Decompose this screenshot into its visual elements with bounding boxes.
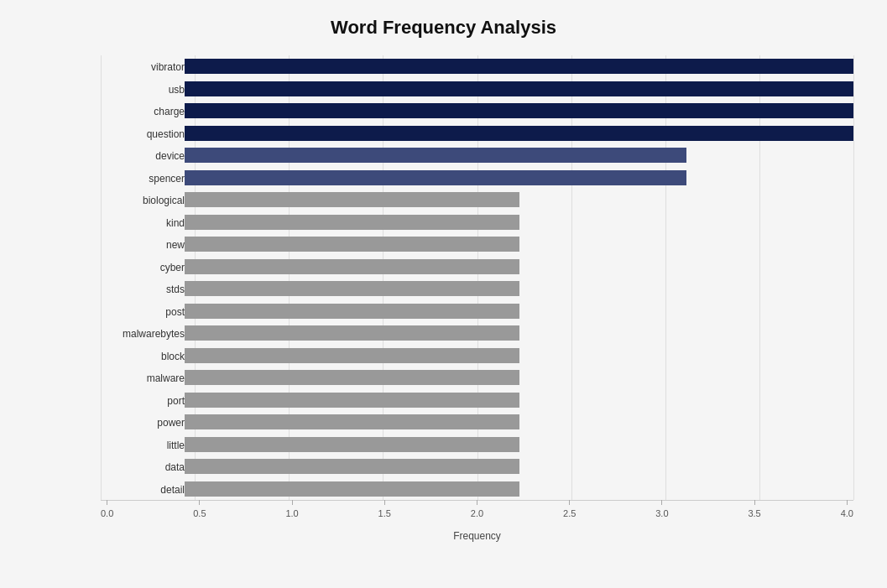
bar-row: port [101,391,853,409]
bar-fill [185,192,519,207]
bar-label: cyber [160,262,185,273]
chart-area: vibratorusbchargequestiondevicespencerbi… [101,55,853,542]
bar-fill [185,148,686,163]
bar-label-wrap: question [101,126,185,141]
bar-row: power [101,413,853,431]
bar-label: kind [166,217,185,229]
bar-label: usb [169,84,185,96]
bar-track [185,103,853,118]
x-tick-label: 4.0 [841,508,853,518]
bar-track [185,414,853,429]
bar-fill [185,81,853,96]
bar-track [185,437,853,452]
bar-label: device [155,150,185,162]
bar-row: vibrator [101,57,853,75]
bar-label: vibrator [151,61,185,73]
bar-track [185,304,853,319]
chart-container: Word Frequency Analysis vibratorusbcharg… [0,0,887,588]
bar-label: malware [147,372,185,384]
bar-label-wrap: kind [101,215,185,230]
bar-row: little [101,435,853,454]
x-ticks: 0.00.51.01.52.02.53.03.54.0 [101,500,853,518]
x-tick-line [847,500,848,505]
bar-label: malwarebytes [123,328,185,340]
bar-label-wrap: usb [101,81,185,96]
x-tick-line [292,500,293,505]
x-axis: 0.00.51.01.52.02.53.03.54.0 Frequency [101,500,853,542]
bar-fill [185,414,519,429]
bar-row: new [101,235,853,253]
bar-label-wrap: vibrator [101,59,185,74]
bar-row: usb [101,80,853,98]
chart-title: Word Frequency Analysis [34,17,853,39]
bar-label-wrap: malware [101,370,185,385]
x-tick-label: 0.0 [101,508,113,518]
bar-track [185,148,853,163]
x-tick-label: 2.5 [563,508,576,518]
x-tick: 0.0 [101,500,113,518]
bar-row: biological [101,190,853,209]
bar-track [185,259,853,274]
bar-track [185,237,853,252]
bar-track [185,325,853,341]
x-tick: 4.0 [841,500,853,518]
bar-row: detail [101,480,853,498]
bar-label-wrap: port [101,393,185,408]
bar-row: data [101,457,853,476]
bar-row: device [101,146,853,164]
bar-fill [185,281,519,296]
bar-fill [185,370,519,385]
bar-row: stds [101,279,853,298]
bar-label-wrap: detail [101,481,185,497]
bar-row: charge [101,101,853,120]
bar-row: kind [101,213,853,232]
bar-fill [185,393,519,408]
bar-label: block [161,351,185,362]
bar-label-wrap: block [101,348,185,363]
x-tick: 3.0 [655,500,668,518]
bar-label: post [165,306,185,318]
x-axis-title: Frequency [101,530,853,542]
bar-label: detail [160,484,185,496]
bar-label-wrap: spencer [101,170,185,185]
x-tick-line [477,500,477,505]
bar-fill [185,348,519,363]
bar-label: data [165,461,185,473]
bar-track [185,481,853,497]
bar-fill [185,304,519,319]
bar-label-wrap: stds [101,281,185,296]
bar-label-wrap: malwarebytes [101,325,185,341]
bar-label: biological [143,195,185,206]
bar-row: post [101,302,853,320]
bar-label-wrap: post [101,304,185,319]
bar-label: charge [154,106,185,117]
bar-fill [185,325,519,341]
bar-track [185,348,853,363]
bar-row: malware [101,368,853,387]
x-tick-line [754,500,755,505]
bar-fill [185,481,519,497]
bar-fill [185,259,519,274]
bar-fill [185,103,853,118]
bar-label-wrap: little [101,437,185,452]
bar-label-wrap: power [101,414,185,429]
grid-line [853,55,854,500]
x-tick-label: 0.5 [193,508,206,518]
x-tick: 1.0 [285,500,298,518]
bar-fill [185,170,686,185]
bar-track [185,370,853,385]
bar-row: malwarebytes [101,324,853,342]
x-tick-line [107,500,107,505]
bar-label: stds [166,284,185,295]
x-tick-label: 2.0 [471,508,483,518]
x-tick-line [661,500,662,505]
bar-label: little [167,440,185,451]
x-tick-line [569,500,570,505]
x-tick-label: 1.0 [285,508,298,518]
bar-track [185,215,853,230]
bar-track [185,81,853,96]
x-tick-label: 1.5 [378,508,391,518]
x-tick: 2.5 [563,500,576,518]
bar-fill [185,237,519,252]
bar-label: spencer [149,173,185,185]
